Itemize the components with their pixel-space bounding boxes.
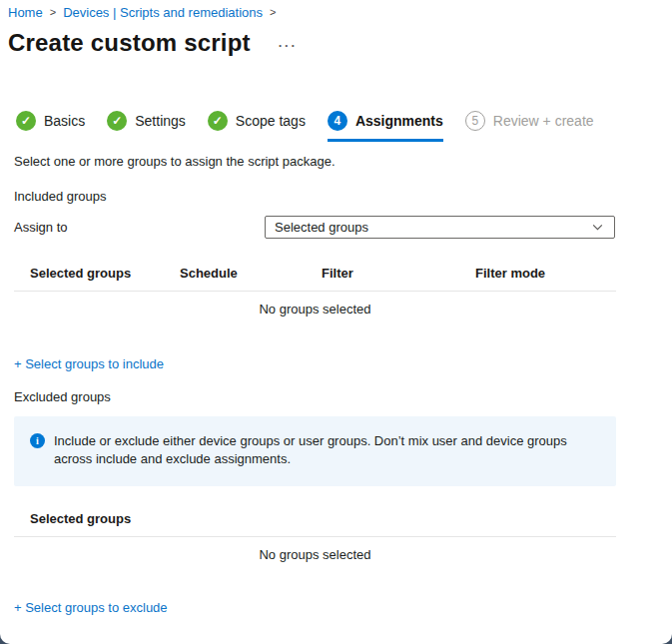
tab-label: Settings — [135, 113, 186, 129]
select-groups-to-include-link[interactable]: + Select groups to include — [14, 356, 164, 371]
check-circle-icon: ✓ — [16, 111, 36, 131]
chevron-down-icon — [591, 221, 604, 234]
chevron-right-icon: > — [50, 6, 56, 19]
excluded-groups-heading: Excluded groups — [14, 389, 111, 404]
empty-table-message: No groups selected — [14, 537, 616, 562]
more-options-icon[interactable]: ··· — [279, 38, 298, 53]
included-groups-heading: Included groups — [14, 189, 107, 204]
excluded-groups-table: Selected groups No groups selected — [14, 506, 616, 562]
tab-label: Scope tags — [236, 113, 306, 129]
tab-label: Assignments — [355, 113, 443, 129]
step-number-icon: 4 — [328, 111, 347, 131]
assign-to-label: Assign to — [14, 220, 67, 235]
breadcrumb-devices-link[interactable]: Devices | Scripts and remediations — [63, 5, 263, 20]
page-title: Create custom script — [8, 29, 251, 57]
title-row: Create custom script ··· — [8, 29, 298, 57]
breadcrumb: Home > Devices | Scripts and remediation… — [8, 5, 276, 20]
tab-label: Review + create — [493, 113, 594, 129]
tab-review-create[interactable]: 5 Review + create — [465, 111, 594, 142]
info-message-bar: i Include or exclude either device group… — [14, 416, 616, 486]
page-description: Select one or more groups to assign the … — [14, 154, 336, 169]
create-custom-script-page: Home > Devices | Scripts and remediation… — [0, 0, 672, 644]
tab-scope-tags[interactable]: ✓ Scope tags — [208, 111, 306, 142]
column-header: Selected groups — [14, 266, 180, 281]
assign-to-selected-value: Selected groups — [275, 220, 368, 235]
check-circle-icon: ✓ — [107, 111, 127, 131]
breadcrumb-home-link[interactable]: Home — [8, 5, 43, 20]
tab-settings[interactable]: ✓ Settings — [107, 111, 186, 142]
backdrop-corner — [0, 632, 12, 644]
tab-label: Basics — [44, 113, 85, 129]
column-header: Filter mode — [475, 266, 616, 281]
select-groups-to-exclude-link[interactable]: + Select groups to exclude — [14, 600, 168, 615]
tab-basics[interactable]: ✓ Basics — [16, 111, 85, 142]
table-header-row: Selected groups — [14, 506, 616, 537]
column-header: Selected groups — [14, 511, 616, 526]
step-number-icon: 5 — [465, 111, 485, 131]
empty-table-message: No groups selected — [14, 292, 616, 317]
wizard-steps: ✓ Basics ✓ Settings ✓ Scope tags 4 Assig… — [16, 111, 594, 142]
info-icon: i — [30, 433, 45, 448]
backdrop-corner — [660, 632, 672, 644]
check-circle-icon: ✓ — [208, 111, 228, 131]
chevron-right-icon: > — [270, 6, 276, 19]
included-groups-table: Selected groups Schedule Filter Filter m… — [14, 261, 616, 317]
table-header-row: Selected groups Schedule Filter Filter m… — [14, 261, 616, 292]
column-header: Schedule — [180, 266, 322, 281]
info-message-text: Include or exclude either device groups … — [54, 432, 601, 486]
assign-to-dropdown[interactable]: Selected groups — [265, 216, 615, 239]
tab-assignments[interactable]: 4 Assignments — [328, 111, 443, 142]
column-header: Filter — [322, 266, 475, 281]
